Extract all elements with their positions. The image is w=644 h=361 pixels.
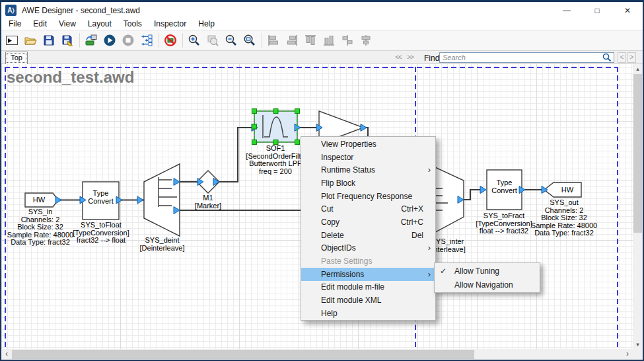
shortcut-label: Del [411,231,423,240]
block-sof1[interactable] [254,111,297,142]
menu-item-help[interactable]: Help [301,307,435,320]
tab-bar: Top << >> Find: < > [1,51,643,64]
scroll-up-icon[interactable]: ▴ [633,65,643,72]
connect-target-icon[interactable] [83,32,99,48]
menu-item-copy[interactable]: CopyCtrl+C [301,216,435,229]
menu-inspector[interactable]: Inspector [148,19,192,30]
stop-icon[interactable] [120,32,136,48]
menu-item-view-properties[interactable]: View Properties [301,138,435,151]
awe-designer-window: A〉 AWE Designer - second_test.awd — □ ✕ … [0,0,644,361]
submenu-item-allow-navigation: Allow Navigation [435,278,540,292]
search-input[interactable] [440,54,602,61]
menu-item-edit-module-m-file[interactable]: Edit module m-file [301,281,435,294]
window-frame-left [0,0,1,361]
save-as-icon[interactable] [59,32,75,48]
window-title: AWE Designer - second_test.awd [22,6,140,15]
close-button[interactable]: ✕ [612,2,643,19]
halt-icon[interactable] [162,32,178,48]
minimize-button[interactable]: — [552,2,582,19]
search-icon [602,53,612,62]
submenu-arrow-icon: › [428,271,431,278]
window-controls: — □ ✕ [552,2,643,19]
save-icon[interactable] [41,32,57,48]
scroll-right-icon[interactable]: › [624,350,631,358]
menu-tools[interactable]: Tools [118,19,148,30]
vertical-scroll-thumb[interactable] [633,74,642,233]
window-frame-top [0,0,644,2]
zoom-selection-icon[interactable] [205,32,221,48]
zoom-fit-icon[interactable] [242,32,258,48]
scroll-down-icon[interactable]: ▾ [633,341,643,348]
maximize-button[interactable]: □ [582,2,612,19]
scrollbar-corner [633,349,643,360]
menu-view[interactable]: View [53,19,82,30]
new-design-icon[interactable] [4,32,20,48]
menu-item-edit-module-xml[interactable]: Edit module XML [301,294,435,307]
m1-caption: M1 [Marker] [183,194,233,210]
shortcut-label: Ctrl+C [401,218,423,227]
vertical-scrollbar[interactable]: ▴ ▾ [633,64,643,349]
sys-tofloat-label: Type Convert [83,189,119,205]
checkmark-icon: ✓ [440,266,447,276]
menu-bar: File Edit View Layout Tools Inspector He… [1,19,643,30]
align-bottom-icon[interactable] [321,32,337,48]
sys-out-caption: SYS_out Channels: 2 Block Size: 32 Sampl… [522,199,606,237]
menu-item-delete[interactable]: DeleteDel [301,229,435,242]
submenu-arrow-icon: › [428,245,431,251]
menu-item-plot-frequency-response[interactable]: Plot Frequency Response [301,190,435,203]
propagate-changes-icon[interactable] [139,32,155,48]
align-top-icon[interactable] [303,32,318,48]
find-prev-button[interactable]: < [618,52,626,63]
sys-deint-caption: SYS_deint [Deinterleave] [124,237,200,252]
sys-out-label: HW [554,182,581,197]
open-folder-icon[interactable] [22,32,38,48]
permissions-submenu: ✓Allow Tuning Allow Navigation [434,262,540,293]
find-prev-all-button[interactable]: << [393,53,404,62]
title-bar: A〉 AWE Designer - second_test.awd — □ ✕ [1,2,643,19]
toolbar [1,30,643,51]
sys-in-label: HW [25,193,53,207]
scroll-left-icon[interactable]: ‹ [3,350,11,358]
menu-layout[interactable]: Layout [82,19,118,30]
sys-tofract-label: Type Convert [487,179,522,194]
submenu-item-allow-tuning[interactable]: ✓Allow Tuning [435,264,540,278]
find-next-button[interactable]: > [627,52,636,63]
align-center-vertical-icon[interactable] [358,32,374,48]
menu-item-objectids[interactable]: ObjectIDs› [301,242,435,255]
align-left-icon[interactable] [266,32,281,48]
horizontal-scrollbar[interactable]: ‹ › [1,349,633,360]
menu-item-inspector[interactable]: Inspector [301,151,435,164]
menu-item-cut[interactable]: CutCtrl+X [301,202,435,216]
tab-top[interactable]: Top [5,52,28,64]
app-icon: A〉 [5,5,17,16]
zoom-out-icon[interactable] [223,32,239,48]
menu-item-paste-settings: Paste Settings [301,255,435,268]
context-menu: View Properties Inspector Runtime Status… [301,136,436,321]
align-right-icon[interactable] [284,32,300,48]
shortcut-label: Ctrl+X [401,204,423,214]
menu-item-runtime-status[interactable]: Runtime Status› [301,163,435,177]
block-sys-deint[interactable] [144,164,180,236]
menu-help[interactable]: Help [192,19,221,30]
horizontal-scroll-thumb[interactable] [12,350,474,359]
menu-file[interactable]: File [3,19,27,30]
zoom-in-icon[interactable] [186,32,202,48]
submenu-arrow-icon: › [428,167,431,173]
menu-item-permissions[interactable]: Permissions› [301,268,435,281]
find-next-all-button[interactable]: >> [405,53,415,62]
search-box [439,52,614,63]
menu-item-flip-block[interactable]: Flip Block [301,177,435,190]
align-center-horizontal-icon[interactable] [340,32,355,48]
play-icon[interactable] [102,32,118,48]
menu-edit[interactable]: Edit [27,19,53,30]
